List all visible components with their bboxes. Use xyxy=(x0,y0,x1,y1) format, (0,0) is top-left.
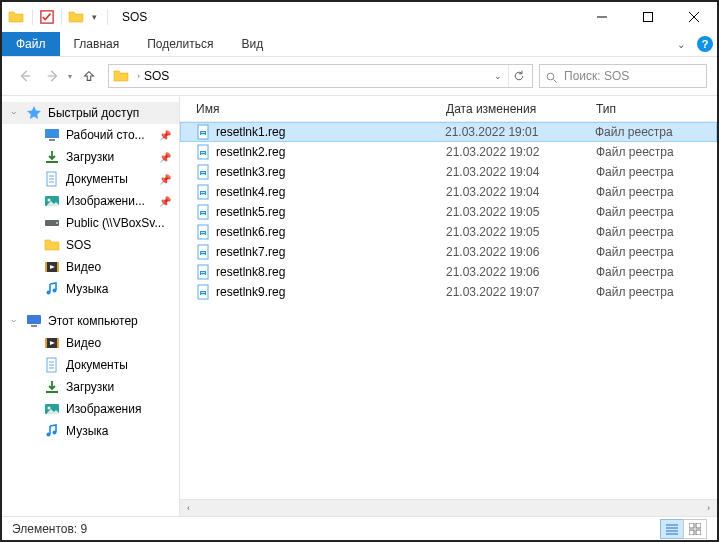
expand-ribbon-icon[interactable]: ⌄ xyxy=(669,32,693,56)
chevron-right-icon[interactable]: › xyxy=(137,71,140,81)
svg-rect-9 xyxy=(45,129,59,138)
svg-rect-57 xyxy=(201,212,205,213)
pin-icon: 📌 xyxy=(159,130,171,141)
file-type: Файл реестра xyxy=(595,125,673,139)
sidebar-item[interactable]: Музыка xyxy=(2,420,179,442)
details-view-button[interactable] xyxy=(660,519,684,539)
svg-point-37 xyxy=(47,433,51,437)
svg-point-24 xyxy=(53,289,57,293)
svg-rect-58 xyxy=(201,214,205,215)
tab-share[interactable]: Поделиться xyxy=(133,32,227,56)
sidebar-item-label: Видео xyxy=(66,336,101,350)
maximize-button[interactable] xyxy=(625,2,671,32)
file-row[interactable]: resetlnk6.reg21.03.2022 19:05Файл реестр… xyxy=(180,222,717,242)
up-button[interactable] xyxy=(76,63,102,89)
back-button[interactable] xyxy=(12,63,38,89)
sidebar-item[interactable]: Документы📌 xyxy=(2,168,179,190)
svg-rect-79 xyxy=(689,523,694,528)
navigation-pane[interactable]: › Быстрый доступ Рабочий сто...📌Загрузки… xyxy=(2,96,180,516)
sidebar-this-pc[interactable]: › Этот компьютер xyxy=(2,310,179,332)
reg-file-icon xyxy=(196,144,212,160)
file-row[interactable]: resetlnk9.reg21.03.2022 19:07Файл реестр… xyxy=(180,282,717,302)
file-list[interactable]: resetlnk1.reg21.03.2022 19:01Файл реестр… xyxy=(180,122,717,499)
reg-file-icon xyxy=(196,244,212,260)
window-title: SOS xyxy=(122,10,579,24)
file-date: 21.03.2022 19:05 xyxy=(446,225,596,239)
sidebar-item[interactable]: Изображени...📌 xyxy=(2,190,179,212)
reg-file-icon xyxy=(196,204,212,220)
help-button[interactable]: ? xyxy=(693,32,717,56)
file-type: Файл реестра xyxy=(596,225,674,239)
file-row[interactable]: resetlnk2.reg21.03.2022 19:02Файл реестр… xyxy=(180,142,717,162)
tab-home[interactable]: Главная xyxy=(60,32,134,56)
address-bar[interactable]: › SOS ⌄ xyxy=(108,64,533,88)
history-dropdown-icon[interactable]: ▾ xyxy=(68,72,72,81)
thumbnails-view-button[interactable] xyxy=(683,519,707,539)
column-type[interactable]: Тип xyxy=(596,102,717,116)
sidebar-item[interactable]: Видео xyxy=(2,256,179,278)
file-date: 21.03.2022 19:04 xyxy=(446,185,596,199)
svg-rect-69 xyxy=(201,272,205,273)
minimize-button[interactable] xyxy=(579,2,625,32)
file-date: 21.03.2022 19:07 xyxy=(446,285,596,299)
refresh-button[interactable] xyxy=(508,65,528,87)
qat-dropdown-icon[interactable]: ▾ xyxy=(92,12,97,22)
sidebar-item-label: Музыка xyxy=(66,424,108,438)
svg-rect-46 xyxy=(201,154,205,155)
column-date[interactable]: Дата изменения xyxy=(446,102,596,116)
music-icon xyxy=(44,423,60,439)
file-name: resetlnk8.reg xyxy=(216,265,446,279)
sidebar-item[interactable]: SOS xyxy=(2,234,179,256)
svg-rect-22 xyxy=(57,262,59,272)
sidebar-item[interactable]: Документы xyxy=(2,354,179,376)
ribbon: Файл Главная Поделиться Вид ⌄ ? xyxy=(2,32,717,57)
file-name: resetlnk3.reg xyxy=(216,165,446,179)
scroll-left-icon[interactable]: ‹ xyxy=(180,500,197,517)
desktop-icon xyxy=(44,127,60,143)
monitor-icon xyxy=(26,313,42,329)
column-headers[interactable]: Имя Дата изменения Тип xyxy=(180,96,717,122)
explorer-window: ▾ SOS Файл Главная Поделиться Вид ⌄ ? ▾ … xyxy=(0,0,719,542)
file-row[interactable]: resetlnk8.reg21.03.2022 19:06Файл реестр… xyxy=(180,262,717,282)
item-count: Элементов: 9 xyxy=(12,522,87,536)
file-row[interactable]: resetlnk4.reg21.03.2022 19:04Файл реестр… xyxy=(180,182,717,202)
file-name: resetlnk9.reg xyxy=(216,285,446,299)
file-date: 21.03.2022 19:02 xyxy=(446,145,596,159)
sidebar-item[interactable]: Рабочий сто...📌 xyxy=(2,124,179,146)
chevron-down-icon[interactable]: › xyxy=(9,320,19,323)
sidebar-item[interactable]: Загрузки📌 xyxy=(2,146,179,168)
forward-button[interactable] xyxy=(40,63,66,89)
address-dropdown-icon[interactable]: ⌄ xyxy=(488,71,508,81)
svg-rect-21 xyxy=(45,262,47,272)
chevron-down-icon[interactable]: › xyxy=(9,112,19,115)
sidebar-item-label: Музыка xyxy=(66,282,108,296)
close-button[interactable] xyxy=(671,2,717,32)
breadcrumb[interactable]: SOS xyxy=(144,69,169,83)
horizontal-scrollbar[interactable]: ‹ › xyxy=(180,499,717,516)
sidebar-item[interactable]: Музыка xyxy=(2,278,179,300)
qat-checkbox-icon[interactable] xyxy=(39,9,55,25)
column-name[interactable]: Имя xyxy=(196,102,446,116)
file-row[interactable]: resetlnk5.reg21.03.2022 19:05Файл реестр… xyxy=(180,202,717,222)
svg-rect-73 xyxy=(201,292,205,293)
svg-rect-41 xyxy=(201,132,205,133)
file-row[interactable]: resetlnk1.reg21.03.2022 19:01Файл реестр… xyxy=(180,122,717,142)
sidebar-item[interactable]: Public (\\VBoxSv... xyxy=(2,212,179,234)
sidebar-quick-access[interactable]: › Быстрый доступ xyxy=(2,102,179,124)
svg-rect-26 xyxy=(31,325,37,327)
file-row[interactable]: resetlnk7.reg21.03.2022 19:06Файл реестр… xyxy=(180,242,717,262)
sidebar-item[interactable]: Загрузки xyxy=(2,376,179,398)
file-name: resetlnk5.reg xyxy=(216,205,446,219)
qat-folder-icon[interactable] xyxy=(68,9,84,25)
file-name: resetlnk4.reg xyxy=(216,185,446,199)
scroll-right-icon[interactable]: › xyxy=(700,500,717,517)
svg-point-36 xyxy=(48,407,51,410)
svg-rect-29 xyxy=(57,338,59,348)
sidebar-item[interactable]: Видео xyxy=(2,332,179,354)
tab-file[interactable]: Файл xyxy=(2,32,60,56)
documents-icon xyxy=(44,171,60,187)
file-row[interactable]: resetlnk3.reg21.03.2022 19:04Файл реестр… xyxy=(180,162,717,182)
tab-view[interactable]: Вид xyxy=(227,32,277,56)
sidebar-item[interactable]: Изображения xyxy=(2,398,179,420)
search-input[interactable]: Поиск: SOS xyxy=(539,64,707,88)
